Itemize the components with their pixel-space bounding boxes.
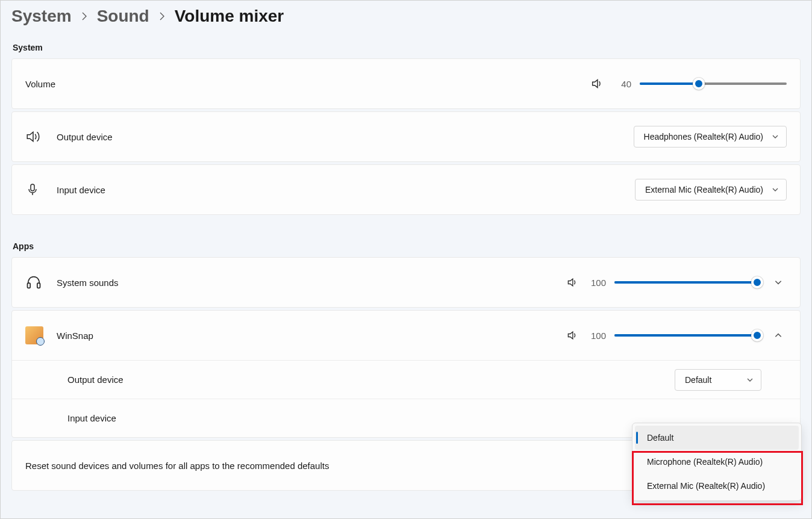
expand-toggle[interactable] bbox=[770, 278, 787, 287]
input-device-label: Input device bbox=[57, 185, 635, 195]
svg-rect-2 bbox=[37, 283, 40, 288]
volume-slider[interactable] bbox=[640, 76, 787, 91]
chevron-down-icon bbox=[746, 376, 754, 384]
breadcrumb-sound[interactable]: Sound bbox=[97, 7, 149, 26]
app-system-sounds-label: System sounds bbox=[57, 278, 566, 288]
output-device-dropdown[interactable]: Headphones (Realtek(R) Audio) bbox=[634, 126, 787, 148]
chevron-down-icon bbox=[772, 133, 779, 140]
app-system-sounds-slider[interactable] bbox=[614, 275, 761, 290]
popup-item-external-mic[interactable]: External Mic (Realtek(R) Audio) bbox=[635, 474, 799, 498]
speaker-waves-icon bbox=[25, 129, 57, 145]
app-winsnap-card: WinSnap 100 bbox=[11, 310, 801, 438]
speaker-icon[interactable] bbox=[566, 329, 578, 341]
app-winsnap-output-value: Default bbox=[685, 375, 711, 385]
popup-item-default[interactable]: Default bbox=[635, 426, 799, 450]
app-winsnap-label: WinSnap bbox=[57, 331, 566, 341]
app-winsnap-output-dropdown[interactable]: Default bbox=[675, 369, 761, 391]
output-device-card: Output device Headphones (Realtek(R) Aud… bbox=[11, 111, 801, 162]
collapse-toggle[interactable] bbox=[770, 331, 787, 340]
volume-card: Volume 40 bbox=[11, 58, 801, 109]
svg-rect-1 bbox=[28, 283, 31, 288]
microphone-icon bbox=[25, 182, 57, 197]
popup-item-microphone[interactable]: Microphone (Realtek(R) Audio) bbox=[635, 450, 799, 474]
input-device-popup: Default Microphone (Realtek(R) Audio) Ex… bbox=[632, 423, 802, 501]
output-device-value: Headphones (Realtek(R) Audio) bbox=[644, 132, 763, 141]
app-winsnap-volume-value: 100 bbox=[587, 331, 606, 341]
app-winsnap-input-label: Input device bbox=[67, 413, 761, 423]
input-device-card: Input device External Mic (Realtek(R) Au… bbox=[11, 164, 801, 215]
section-header-apps: Apps bbox=[13, 241, 801, 251]
breadcrumb-current: Volume mixer bbox=[175, 7, 284, 26]
headphones-icon bbox=[25, 274, 57, 291]
chevron-right-icon bbox=[81, 12, 87, 20]
input-device-dropdown[interactable]: External Mic (Realtek(R) Audio) bbox=[635, 179, 787, 200]
app-winsnap-output-label: Output device bbox=[67, 374, 675, 385]
app-system-sounds-volume-value: 100 bbox=[587, 278, 606, 288]
speaker-icon[interactable] bbox=[590, 77, 604, 90]
section-header-system: System bbox=[13, 43, 801, 52]
output-device-label: Output device bbox=[57, 132, 634, 142]
breadcrumb: System Sound Volume mixer bbox=[11, 7, 801, 26]
breadcrumb-system[interactable]: System bbox=[11, 7, 72, 26]
volume-value: 40 bbox=[612, 79, 631, 89]
volume-label: Volume bbox=[25, 79, 590, 89]
svg-rect-0 bbox=[31, 184, 34, 191]
speaker-icon[interactable] bbox=[566, 276, 578, 288]
input-device-value: External Mic (Realtek(R) Audio) bbox=[645, 185, 763, 194]
app-system-sounds-card: System sounds 100 bbox=[11, 257, 801, 308]
winsnap-app-icon bbox=[25, 326, 57, 344]
chevron-down-icon bbox=[772, 186, 779, 193]
chevron-right-icon bbox=[159, 12, 165, 20]
app-winsnap-slider[interactable] bbox=[614, 328, 761, 343]
